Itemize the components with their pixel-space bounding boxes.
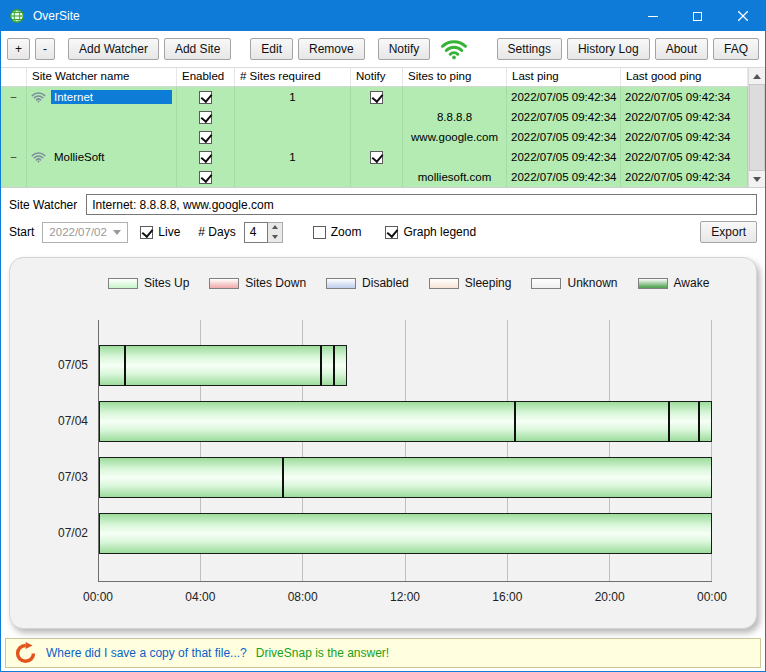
export-button[interactable]: Export	[700, 221, 757, 243]
watcher-name-cell[interactable]	[27, 107, 177, 127]
watcher-name-cell[interactable]	[27, 167, 177, 187]
minimize-button[interactable]	[630, 1, 675, 31]
sites-required-cell	[235, 167, 351, 187]
toolbar: +-Add WatcherAdd SiteEditRemoveNotify Se…	[1, 31, 765, 67]
event-mark	[698, 401, 700, 442]
legend-label: Disabled	[362, 276, 409, 290]
row-expander[interactable]: −	[1, 87, 27, 107]
checkbox[interactable]	[199, 151, 212, 164]
plus-button[interactable]: +	[7, 38, 30, 60]
scroll-down-button[interactable]	[749, 171, 765, 187]
stepper-up-icon	[272, 225, 278, 229]
chart-area: Sites UpSites DownDisabledSleepingUnknow…	[9, 257, 757, 629]
minus-button[interactable]: -	[35, 38, 55, 60]
checkbox[interactable]	[199, 91, 212, 104]
watcher-name-cell[interactable]	[27, 127, 177, 147]
toolbar-left: +-Add WatcherAdd SiteEditRemoveNotify	[7, 38, 430, 60]
graph-legend-checkbox[interactable]	[385, 226, 398, 239]
checkbox[interactable]	[199, 131, 212, 144]
days-spinner: 4	[244, 222, 283, 243]
column-header[interactable]: Sites to ping	[403, 68, 507, 86]
column-header[interactable]: Site Watcher name	[27, 68, 177, 86]
site-to-ping-cell: molliesoft.com	[403, 167, 507, 187]
table-row[interactable]: −MollieSoft12022/07/05 09:42:342022/07/0…	[1, 147, 748, 167]
last-ping-cell: 2022/07/05 09:42:34	[507, 167, 621, 187]
last-good-ping-cell: 2022/07/05 09:42:34	[621, 127, 748, 147]
event-mark	[124, 345, 126, 386]
row-expander	[1, 127, 27, 147]
watcher-name-cell[interactable]: Internet	[27, 87, 177, 107]
notify-button[interactable]: Notify	[378, 38, 431, 60]
enabled-cell[interactable]	[177, 167, 235, 187]
x-axis-label: 12:00	[390, 590, 420, 604]
event-mark	[668, 401, 670, 442]
start-date-combobox[interactable]: 2022/07/02	[42, 222, 128, 243]
legend-item: Sleeping	[429, 276, 512, 290]
table-scrollbar[interactable]	[748, 68, 765, 187]
enabled-cell[interactable]	[177, 147, 235, 167]
live-checkbox[interactable]	[140, 226, 153, 239]
legend-label: Sites Down	[245, 276, 306, 290]
event-mark	[514, 401, 516, 442]
column-header[interactable]: Last good ping	[621, 68, 748, 86]
event-mark	[282, 457, 284, 498]
watcher-grid: Site Watcher nameEnabled# Sites required…	[1, 68, 748, 187]
table-row[interactable]: −Internet12022/07/05 09:42:342022/07/05 …	[1, 87, 748, 107]
zoom-checkbox[interactable]	[313, 226, 326, 239]
scroll-up-button[interactable]	[749, 68, 765, 84]
stepper-up-button[interactable]	[268, 223, 282, 233]
watcher-name-cell[interactable]: MollieSoft	[27, 147, 177, 167]
settings-button[interactable]: Settings	[497, 38, 562, 60]
legend-item: Disabled	[326, 276, 409, 290]
enabled-cell[interactable]	[177, 107, 235, 127]
legend-label: Sites Up	[144, 276, 189, 290]
legend-swatch	[429, 278, 459, 289]
x-axis-label: 08:00	[288, 590, 318, 604]
titlebar[interactable]: OverSite	[1, 1, 765, 31]
faq-button[interactable]: FAQ	[713, 38, 759, 60]
site-to-ping-cell	[403, 87, 507, 107]
legend-label: Sleeping	[465, 276, 512, 290]
checkbox[interactable]	[199, 111, 212, 124]
legend-label: Unknown	[567, 276, 617, 290]
site-watcher-row: Site Watcher	[1, 188, 765, 217]
column-header[interactable]	[1, 68, 27, 86]
y-axis-label: 07/02	[10, 513, 88, 554]
days-value[interactable]: 4	[244, 222, 268, 243]
site-watcher-input[interactable]	[86, 194, 757, 215]
checkbox[interactable]	[370, 151, 383, 164]
table-row[interactable]: molliesoft.com2022/07/05 09:42:342022/07…	[1, 167, 748, 187]
checkbox[interactable]	[370, 91, 383, 104]
add-watcher-button[interactable]: Add Watcher	[68, 38, 159, 60]
remove-button[interactable]: Remove	[298, 38, 365, 60]
maximize-icon	[693, 12, 702, 21]
notify-cell[interactable]	[351, 147, 403, 167]
column-header[interactable]: Enabled	[177, 68, 235, 86]
checkbox[interactable]	[199, 171, 212, 184]
timeline-bar	[99, 345, 347, 386]
enabled-cell[interactable]	[177, 87, 235, 107]
history-log-button[interactable]: History Log	[567, 38, 650, 60]
stepper-down-button[interactable]	[268, 232, 282, 242]
column-header[interactable]: Last ping	[507, 68, 621, 86]
column-header[interactable]: Notify	[351, 68, 403, 86]
window-title: OverSite	[33, 9, 80, 23]
scrollbar-thumb[interactable]	[749, 84, 765, 171]
table-row[interactable]: 8.8.8.82022/07/05 09:42:342022/07/05 09:…	[1, 107, 748, 127]
x-axis-label: 20:00	[595, 590, 625, 604]
sites-required-cell: 1	[235, 87, 351, 107]
table-row[interactable]: www.google.com2022/07/05 09:42:342022/07…	[1, 127, 748, 147]
edit-button[interactable]: Edit	[250, 38, 293, 60]
row-expander[interactable]: −	[1, 147, 27, 167]
event-mark	[320, 345, 322, 386]
close-button[interactable]	[720, 1, 765, 31]
maximize-button[interactable]	[675, 1, 720, 31]
enabled-cell[interactable]	[177, 127, 235, 147]
about-button[interactable]: About	[655, 38, 708, 60]
add-site-button[interactable]: Add Site	[164, 38, 231, 60]
legend-item: Unknown	[531, 276, 617, 290]
notify-cell[interactable]	[351, 87, 403, 107]
column-header[interactable]: # Sites required	[235, 68, 351, 86]
watcher-table-head: Site Watcher nameEnabled# Sites required…	[1, 68, 748, 87]
last-ping-cell: 2022/07/05 09:42:34	[507, 107, 621, 127]
